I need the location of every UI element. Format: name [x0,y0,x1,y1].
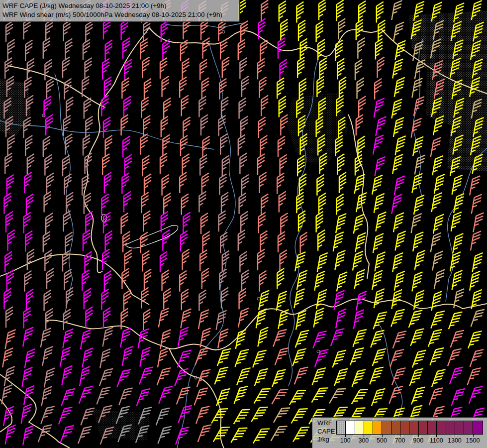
wind-barb [235,347,249,369]
wind-barb [374,288,385,310]
wind-barb [104,172,111,193]
wind-barb [280,250,287,271]
wind-barb [219,211,226,231]
wind-barb [194,386,208,408]
wind-barb [162,175,169,196]
wind-barb [392,251,403,273]
wind-barb [258,59,265,80]
wind-barb [103,117,110,138]
legend-colorbar: 100300500700900110013001500 [336,421,483,446]
cape-legend: WRF CAPE J/kg 10030050070090011001300150… [312,417,487,448]
wind-barb [102,249,109,270]
wind-barb [293,424,309,445]
border-southwest [0,254,149,305]
wind-barb [354,309,364,331]
wind-barb [394,76,405,98]
wind-barb [236,329,246,350]
wind-barb [200,59,207,80]
wind-barb [83,230,90,251]
legend-labels: WRF CAPE J/kg [317,419,335,444]
wind-barb [24,384,34,406]
wind-barb [23,326,33,348]
weather-map: WRF CAPE (J/kg) Wednesday 08-10-2025 21:… [0,0,487,448]
colorbar-cell [455,421,464,434]
wind-barb [392,153,403,175]
wind-barb [312,384,328,406]
colorbar-ticklabel: 900 [413,437,423,444]
wind-barb [160,153,167,174]
wind-barb [41,404,55,426]
wind-barb [281,213,288,234]
wind-barb [292,346,306,368]
wind-barb [350,345,364,367]
wind-barb [8,230,15,251]
wind-barb [177,385,191,407]
legend-label-unit: J/kg [317,436,335,444]
wind-barb [339,77,346,98]
wind-barb [471,307,485,329]
wind-barb [8,134,15,155]
wind-barb [411,117,422,139]
wind-barb [452,269,463,291]
wind-barb [239,0,246,20]
wind-barb [434,268,445,290]
wind-barb [158,424,172,446]
wind-barb [44,290,51,311]
wind-barb [219,20,226,41]
wind-barb [320,58,327,79]
wind-barb [313,329,327,350]
wind-barb [85,58,92,79]
wind-barb [221,97,228,118]
wind-barb [395,230,406,252]
wind-barb [46,308,53,329]
wind-barb [411,213,422,234]
colorbar-ticklabel: 700 [395,437,405,444]
wind-barb [472,193,482,215]
wind-barb [412,172,422,194]
wind-barb [140,346,150,368]
wind-barb [142,192,149,213]
wind-barb [2,347,13,369]
wind-barb [415,249,425,271]
wind-barb [103,308,110,329]
wind-barb [260,271,267,292]
wind-barb [175,366,189,388]
wind-barb [240,153,247,174]
wind-barb [261,0,268,21]
wind-barb [178,403,192,425]
wind-barb [337,154,344,175]
wind-barb [121,213,128,234]
wind-barb [180,172,187,193]
wind-barb [355,268,365,290]
wind-barb [337,59,344,80]
wind-barb [253,348,267,370]
wind-barb [258,154,265,175]
wind-barb [256,308,267,330]
wind-barb [59,405,73,427]
wind-barb [336,308,346,330]
wind-barb [375,79,382,100]
wind-barb [5,329,16,350]
wind-barb [239,288,246,309]
wind-barb [63,155,70,176]
wind-barb [431,309,445,331]
wind-barb [358,38,365,59]
wind-barb [413,231,423,253]
wind-barb [392,58,403,80]
wind-barb [468,329,482,350]
wind-barb [373,134,384,156]
wind-barb [471,230,481,252]
wind-barb [221,192,228,213]
wind-barb [277,290,287,312]
wind-barb [339,172,346,193]
wind-barb [123,231,130,252]
wind-barb [61,386,75,408]
wind-barb [27,249,34,270]
wind-barb [4,288,11,309]
wind-barb [139,365,153,387]
wind-barb [260,172,267,193]
wind-barb [222,57,229,78]
wind-barb [86,116,93,137]
wind-barb [117,367,131,389]
wind-barb [318,230,325,251]
